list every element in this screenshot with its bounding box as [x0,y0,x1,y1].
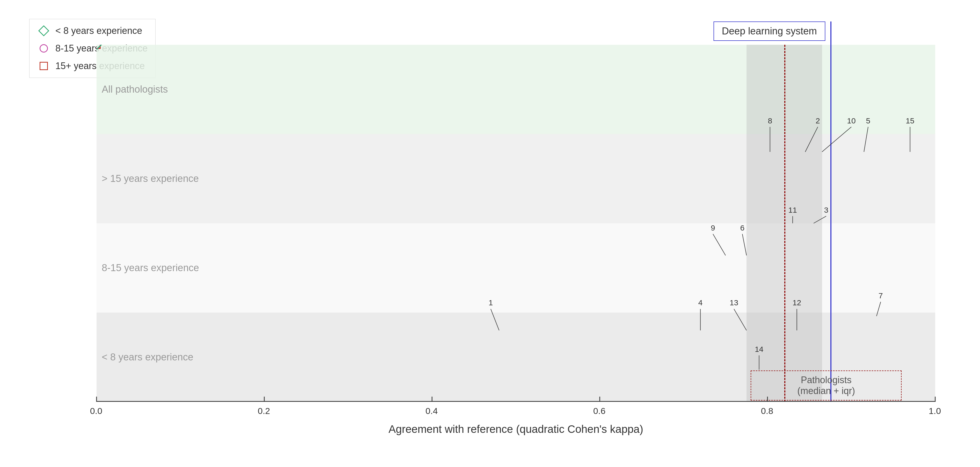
chart-container: < 8 years experience 8-15 years experien… [24,14,956,454]
row-label-lt8: < 8 years experience [102,352,193,363]
x-tick-10: 1.0 [935,397,936,402]
median-line [784,45,785,402]
dls-box: Deep learning system [713,21,825,41]
row-label-15plus: > 15 years experience [102,173,199,184]
pathologists-label: Pathologists(median + iqr) [797,375,855,396]
x-tick-label-0: 0.0 [90,406,102,416]
x-tick-04: 0.4 [432,397,433,402]
dls-label: Deep learning system [722,25,817,37]
square-icon [40,62,48,70]
plot-area: All pathologists > 15 years experience 8… [97,45,935,402]
legend-symbol-diamond [37,24,50,37]
x-tick-label-08: 0.8 [761,406,773,416]
x-tick-label-10: 1.0 [929,406,941,416]
x-axis-title: Agreement with reference (quadratic Cohe… [388,423,643,435]
diamond-icon [38,25,49,36]
row-label-8to15: 8-15 years experience [102,262,199,273]
x-tick-02: 0.2 [264,397,265,402]
dls-line [830,21,831,402]
legend-item-diamond: < 8 years experience [37,24,148,37]
circle-icon [40,44,48,52]
legend-label-1: < 8 years experience [56,25,142,36]
x-tick-08: 0.8 [767,397,768,402]
x-axis [97,401,935,402]
x-tick-label-06: 0.6 [593,406,605,416]
legend-symbol-square [37,59,50,72]
x-tick-label-04: 0.4 [426,406,438,416]
pathologists-box: Pathologists(median + iqr) [751,370,902,400]
legend-symbol-circle [37,42,50,55]
x-tick-label-02: 0.2 [258,406,270,416]
x-tick-06: 0.6 [600,397,600,402]
row-label-all: All pathologists [102,84,168,95]
x-tick-0: 0.0 [96,397,97,402]
